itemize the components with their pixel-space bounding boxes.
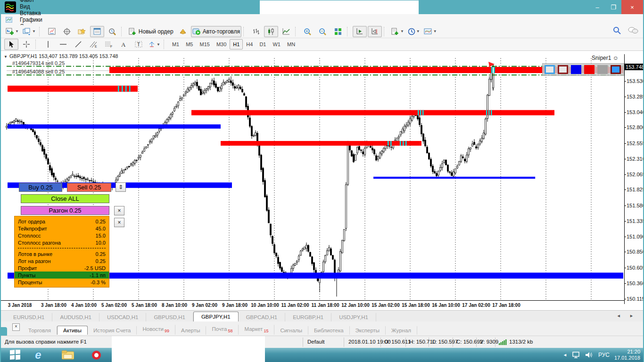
vline-button[interactable] <box>41 39 55 50</box>
crosshair-button[interactable] <box>19 39 33 50</box>
chart-tab-gbpusd[interactable]: GBPUSD,H1 <box>146 313 193 321</box>
terminal-tab-журнал[interactable]: Журнал <box>386 326 417 335</box>
chart-tab-eurusd[interactable]: EURUSD,H1 <box>6 313 52 321</box>
terminal-tab-активы[interactable]: Активы <box>57 326 88 335</box>
terminal-tab-история-счета[interactable]: История Счета <box>88 326 137 335</box>
color-swatch-2[interactable] <box>558 65 568 74</box>
timeframe-h1[interactable]: H1 <box>230 39 243 49</box>
close-all-button[interactable]: Close ALL <box>21 194 109 203</box>
language-indicator[interactable]: РУС <box>598 352 610 358</box>
window-maximize-button[interactable]: ❐ <box>605 0 621 14</box>
fibonacci-button[interactable]: F <box>101 39 116 50</box>
terminal-tab-почта[interactable]: Почта58 <box>206 325 239 335</box>
chart-candles-button[interactable] <box>264 26 278 37</box>
chart-tab-audusd[interactable]: AUDUSD,H1 <box>52 313 99 321</box>
metaeditor-button[interactable] <box>176 26 190 37</box>
terminal-close-icon[interactable]: × <box>12 323 20 331</box>
chart-tab-gbpjpy[interactable]: GBPJPY,H1 <box>193 312 239 321</box>
chart-shift-button[interactable] <box>368 26 382 37</box>
chart-dropdown-icon[interactable]: ▼ <box>4 55 8 59</box>
clock[interactable]: 21:20 17.01.2018 <box>614 349 640 361</box>
tab-scroll-arrows[interactable]: ◄ ► <box>617 313 637 318</box>
data-window-button[interactable] <box>60 26 74 37</box>
timeframe-m1[interactable]: M1 <box>169 39 182 49</box>
indicators-button[interactable]: ▼ <box>422 26 438 37</box>
volume-icon[interactable] <box>585 352 594 358</box>
color-swatch-4[interactable] <box>584 65 594 74</box>
start-button[interactable] <box>6 348 25 362</box>
menu-вставка[interactable]: Вставка <box>15 10 47 16</box>
chart-tab-usdjpy[interactable]: USDJPY,H1 <box>331 313 376 321</box>
autotrading-button[interactable]: Авто-торговля <box>191 26 241 37</box>
chart-tab-eurgbp[interactable]: EURGBP,H1 <box>285 313 331 321</box>
color-swatch-6[interactable] <box>611 65 621 74</box>
color-swatch-5[interactable] <box>597 65 608 74</box>
search-icon[interactable] <box>613 26 621 35</box>
timeframe-d1[interactable]: D1 <box>256 39 269 49</box>
chart-tab-usdcad[interactable]: USDCAD,H1 <box>99 313 146 321</box>
chart-line-button[interactable] <box>279 26 293 37</box>
opera-icon[interactable] <box>88 348 105 362</box>
terminal-tab-библиотека[interactable]: Библиотека <box>308 326 350 335</box>
razgon-button[interactable]: Разгон 0.25 <box>21 206 109 215</box>
sell-button[interactable]: Sell 0.25 <box>67 183 111 192</box>
strategy-tester-button[interactable] <box>105 26 119 37</box>
razgon-close-button[interactable]: × <box>114 206 124 215</box>
timeframe-m5[interactable]: M5 <box>182 39 196 49</box>
color-swatch-1[interactable] <box>545 65 555 74</box>
terminal-tab-алерты[interactable]: Алерты <box>175 326 206 335</box>
new-order-button[interactable]: Новый ордер <box>127 26 175 37</box>
window-close-button[interactable]: × <box>621 0 643 14</box>
time-axis[interactable]: 3 Jan 20183 Jan 18:004 Jan 10:005 Jan 02… <box>1 300 624 311</box>
timeframe-h4[interactable]: H4 <box>243 39 256 49</box>
buy-button[interactable]: Buy 0.25 <box>19 183 62 192</box>
shapes-button[interactable]: ▼ <box>147 39 162 50</box>
chart-tab-gbpcad[interactable]: GBPCAD,H1 <box>239 313 285 321</box>
table-close-button[interactable]: × <box>114 218 124 227</box>
periods-button[interactable]: ▼ <box>406 26 421 37</box>
auto-scroll-button[interactable] <box>353 26 367 37</box>
menu-вид[interactable]: Вид <box>15 3 47 10</box>
new-chart-button[interactable]: ▼ <box>4 26 20 37</box>
trendline-button[interactable] <box>71 39 85 50</box>
label-button[interactable]: T <box>132 39 146 50</box>
mt4-window: – ❐ × ФайлВидВставкаГрафикиСервисОкноСпр… <box>0 0 644 362</box>
menu-графики[interactable]: Графики <box>15 16 47 23</box>
tray-expand-icon[interactable]: ◄ <box>563 353 567 357</box>
zoom-in-button[interactable] <box>301 26 315 37</box>
chat-icon[interactable] <box>628 26 638 35</box>
templates-button[interactable]: ▼ <box>389 26 405 37</box>
timeframe-w1[interactable]: W1 <box>269 39 284 49</box>
zoom-out-button[interactable] <box>316 26 330 37</box>
internet-explorer-icon[interactable]: e <box>30 348 46 362</box>
timeframe-m30[interactable]: M30 <box>213 39 230 49</box>
panel-move-button[interactable]: ⇕ <box>116 182 126 192</box>
ea-color-palette[interactable] <box>542 63 624 76</box>
terminal-button[interactable] <box>90 26 104 37</box>
network-icon[interactable] <box>572 352 580 358</box>
tile-windows-button[interactable] <box>331 26 345 37</box>
terminal-tab-эксперты[interactable]: Эксперты <box>350 326 386 335</box>
terminal-tab-маркет[interactable]: Маркет15 <box>239 325 274 335</box>
window-minimize-button[interactable]: – <box>589 0 605 14</box>
terminal-tab-торговля[interactable]: Торговля <box>23 326 57 335</box>
channel-button[interactable]: E <box>86 39 100 50</box>
drawing-toolbar: EFAT▼M1M5M15M30H1H4D1W1MN <box>1 38 643 51</box>
terminal-dock-stub[interactable] <box>1 327 7 337</box>
timeframe-mn[interactable]: MN <box>284 39 298 49</box>
market-watch-button[interactable] <box>45 26 59 37</box>
terminal-tab-сигналы[interactable]: Сигналы <box>274 326 308 335</box>
hline-button[interactable] <box>56 39 70 50</box>
color-swatch-3[interactable] <box>571 65 581 74</box>
navigator-button[interactable] <box>75 26 89 37</box>
terminal-tab-новости[interactable]: Новости99 <box>137 325 175 335</box>
chart-bars-button[interactable] <box>249 26 263 37</box>
file-explorer-icon[interactable] <box>59 348 76 362</box>
text-button[interactable]: A <box>116 39 131 50</box>
ea-param-row: Стоплосс15.0 <box>15 232 109 239</box>
profiles-button[interactable]: ▼ <box>21 26 37 37</box>
price-tick: 152.310 <box>627 156 644 162</box>
cursor-button[interactable] <box>4 39 18 50</box>
price-axis[interactable]: 153.530153.285153.040152.800152.555152.3… <box>624 54 644 304</box>
timeframe-m15[interactable]: M15 <box>196 39 213 49</box>
